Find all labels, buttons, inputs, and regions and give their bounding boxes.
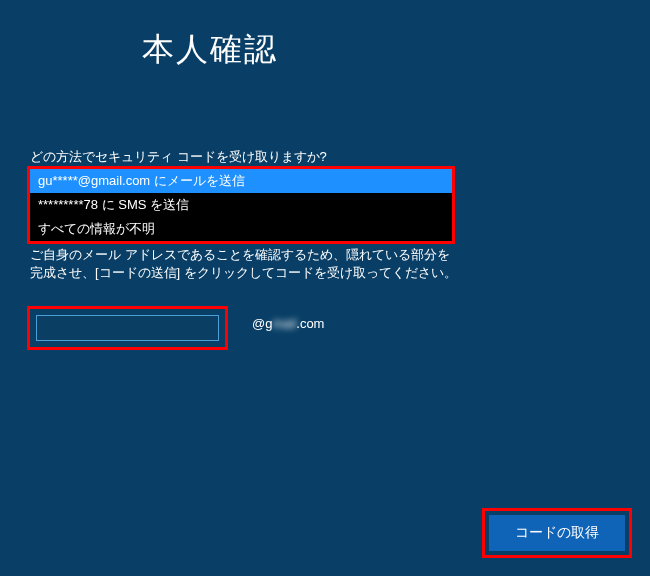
instructions-text: ご自身のメール アドレスであることを確認するため、隠れている部分を完成させ、[コ… (30, 246, 460, 282)
email-prefix-input[interactable] (36, 315, 219, 341)
domain-blur: mail (272, 316, 296, 331)
method-options: gu*****@gmail.com にメールを送信 *********78 に … (27, 166, 455, 244)
get-code-button[interactable]: コードの取得 (489, 515, 625, 551)
option-email[interactable]: gu*****@gmail.com にメールを送信 (30, 169, 452, 193)
option-none[interactable]: すべての情報が不明 (30, 217, 452, 241)
page-title: 本人確認 (142, 28, 278, 72)
method-prompt: どの方法でセキュリティ コードを受け取りますか? (30, 148, 327, 166)
domain-at: @g (252, 316, 272, 331)
email-input-wrap (27, 306, 228, 350)
domain-suffix: .com (296, 316, 324, 331)
submit-wrap: コードの取得 (482, 508, 632, 558)
email-domain-label: @gmail.com (252, 316, 324, 331)
option-sms[interactable]: *********78 に SMS を送信 (30, 193, 452, 217)
